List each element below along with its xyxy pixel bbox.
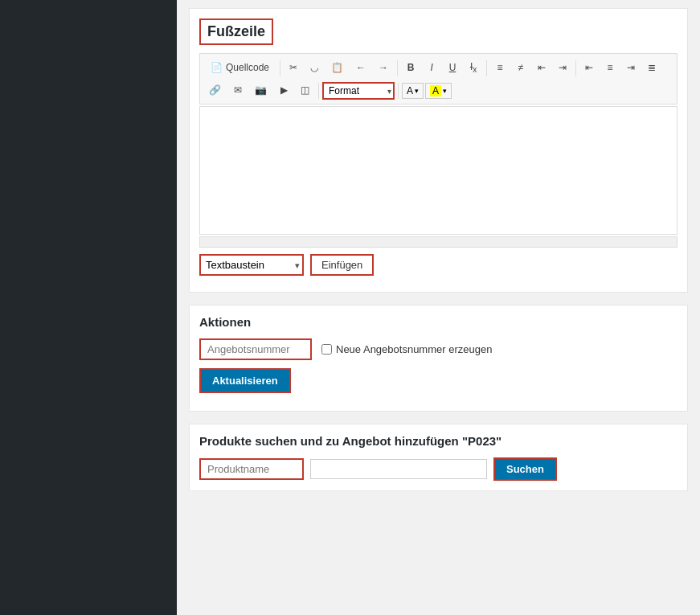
textbaustein-select[interactable]: Textbaustein (199, 254, 304, 276)
separator (486, 60, 487, 76)
angebotsnummer-input[interactable] (199, 338, 312, 360)
editor-scrollbar[interactable] (199, 236, 677, 248)
toolbar-row-1: 📄 Quellcode ✂ ◡ 📋 ← → B I U Ix ≡ ≠ ⇤ ⇥ (203, 57, 673, 79)
bold-button[interactable]: B (401, 58, 420, 78)
unordered-list-button[interactable]: ≠ (511, 58, 530, 78)
video-button[interactable]: ▶ (274, 80, 293, 100)
align-right-button[interactable]: ⇥ (621, 58, 641, 78)
font-color-button[interactable]: A ▾ (402, 83, 424, 99)
einfuegen-button[interactable]: Einfügen (310, 254, 374, 276)
strikethrough-button[interactable]: Ix (464, 57, 483, 79)
cut-button[interactable]: ✂ (284, 58, 303, 78)
align-left-button[interactable]: ⇤ (579, 58, 599, 78)
unlink-button[interactable]: ✉ (228, 80, 248, 100)
editor-toolbar: 📄 Quellcode ✂ ◡ 📋 ← → B I U Ix ≡ ≠ ⇤ ⇥ (199, 53, 677, 105)
image-button[interactable]: 📷 (249, 80, 272, 100)
textbaustein-row: Textbaustein Einfügen (199, 248, 677, 282)
separator (398, 83, 399, 99)
fusszeile-title: Fußzeile (199, 18, 273, 45)
italic-button[interactable]: I (422, 58, 441, 78)
main-content: Fußzeile 📄 Quellcode ✂ ◡ 📋 ← → B I U Ix (177, 0, 700, 615)
editor-content-area[interactable] (199, 106, 677, 235)
source-code-button[interactable]: 📄 Quellcode (203, 58, 276, 78)
produkte-row: Suchen (199, 457, 677, 481)
bg-color-button[interactable]: A ▾ (425, 83, 452, 99)
produkte-section: Produkte suchen und zu Angebot hinzufüge… (189, 424, 688, 491)
bg-color-icon: A (430, 85, 441, 96)
produkte-title: Produkte suchen und zu Angebot hinzufüge… (199, 434, 677, 448)
sidebar (0, 0, 177, 615)
separator (280, 60, 280, 76)
aktionen-row-1: Neue Angebotsnummer erzeugen (199, 338, 677, 360)
neue-angebotsnummer-checkbox[interactable] (321, 344, 332, 355)
font-color-icon: A (407, 85, 413, 96)
suchen-button[interactable]: Suchen (493, 457, 557, 481)
fusszeile-section: Fußzeile 📄 Quellcode ✂ ◡ 📋 ← → B I U Ix (189, 8, 688, 293)
format-select[interactable]: Format Paragraph Heading 1 Heading 2 Hea… (322, 82, 395, 100)
neue-angebotsnummer-label: Neue Angebotsnummer erzeugen (321, 343, 492, 355)
separator (397, 60, 398, 76)
paste-button[interactable]: 📋 (325, 58, 349, 78)
produktname-search-field[interactable] (310, 459, 487, 479)
underline-button[interactable]: U (443, 58, 462, 78)
aktionen-row-2: Aktualisieren (199, 368, 677, 393)
separator (318, 83, 319, 99)
format-select-wrapper: Format Paragraph Heading 1 Heading 2 Hea… (322, 82, 395, 100)
indent-button[interactable]: ⇥ (553, 58, 572, 78)
copy-button[interactable]: ◡ (305, 58, 324, 78)
outdent-button[interactable]: ⇤ (532, 58, 551, 78)
aktionen-section: Aktionen Neue Angebotsnummer erzeugen Ak… (189, 305, 688, 412)
undo-button[interactable]: ← (350, 58, 371, 78)
aktionen-title: Aktionen (199, 315, 677, 329)
redo-button[interactable]: → (373, 58, 394, 78)
align-justify-button[interactable]: ≣ (642, 58, 661, 78)
chevron-down-icon: ▾ (415, 87, 419, 95)
produktname-input[interactable] (199, 458, 304, 480)
code-icon: 📄 (211, 61, 223, 75)
textbaustein-wrapper: Textbaustein (199, 254, 304, 276)
align-center-button[interactable]: ≡ (600, 58, 620, 78)
chevron-down-icon: ▾ (443, 87, 447, 95)
aktualisieren-button[interactable]: Aktualisieren (199, 368, 291, 393)
ordered-list-button[interactable]: ≡ (490, 58, 510, 78)
link-button[interactable]: 🔗 (203, 80, 227, 100)
table-button[interactable]: ◫ (295, 80, 315, 100)
separator (575, 60, 576, 76)
toolbar-row-2: 🔗 ✉ 📷 ▶ ◫ Format Paragraph Heading 1 Hea… (203, 80, 673, 100)
